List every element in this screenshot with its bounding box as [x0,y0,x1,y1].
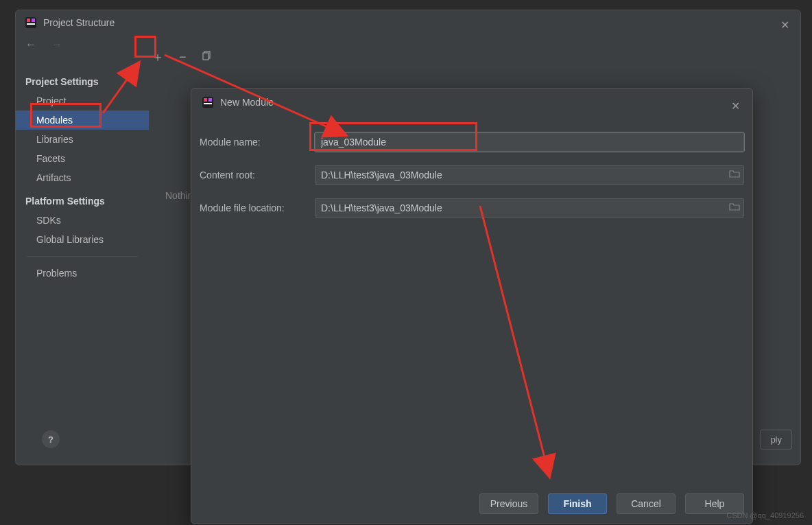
label-module-name: Module name: [200,137,315,148]
folder-icon[interactable] [729,201,740,214]
forward-arrow-icon: → [49,37,65,52]
svg-rect-9 [204,103,212,104]
svg-rect-7 [204,98,207,102]
sidebar-heading-platform-settings: Platform Settings [16,193,149,211]
project-structure-title: Project Structure [43,17,115,28]
row-module-name: Module name: [200,132,744,152]
new-module-form: Module name: Content root: Module file l… [191,116,752,218]
remove-icon[interactable]: − [176,49,189,66]
svg-rect-1 [27,19,30,22]
back-arrow-icon[interactable]: ← [23,37,39,52]
sidebar-item-facets[interactable]: Facets [16,149,149,168]
intellij-icon [25,17,36,28]
module-name-input[interactable] [315,132,744,152]
add-icon[interactable]: ＋ [149,47,167,67]
row-module-file-location: Module file location: [200,198,744,218]
previous-button[interactable]: Previous [479,493,538,514]
intellij-icon [202,97,213,108]
sidebar-item-project[interactable]: Project [16,91,149,110]
sidebar-heading-project-settings: Project Settings [16,73,149,91]
copy-icon[interactable] [199,49,215,66]
sidebar-item-libraries[interactable]: Libraries [16,130,149,149]
svg-rect-5 [203,53,208,60]
sidebar-item-sdks[interactable]: SDKs [16,211,149,230]
svg-rect-8 [208,98,212,102]
sidebar-divider [27,256,138,257]
nav-bar: ← → [16,35,800,57]
new-module-footer: Previous Finish Cancel Help [479,493,744,514]
svg-rect-2 [32,19,35,22]
cancel-button[interactable]: Cancel [617,493,676,514]
finish-button[interactable]: Finish [548,493,607,514]
close-icon[interactable]: ✕ [778,16,792,34]
content-placeholder-text: Nothin [165,190,193,201]
sidebar-item-modules[interactable]: Modules [16,110,149,130]
folder-icon[interactable] [729,168,740,181]
content-root-input[interactable] [315,165,744,185]
module-toolbar: ＋ − [149,47,215,67]
row-content-root: Content root: [200,165,744,185]
sidebar-item-problems[interactable]: Problems [16,264,149,283]
apply-button[interactable]: ply [760,430,792,450]
project-structure-titlebar: Project Structure [16,10,800,35]
new-module-titlebar: New Module [191,89,752,116]
watermark: CSDN @qq_40919256 [726,511,804,520]
sidebar: Project Settings Project Modules Librari… [16,73,149,283]
svg-rect-3 [27,23,35,25]
module-file-location-input[interactable] [315,198,744,218]
help-button[interactable]: ? [42,430,60,448]
sidebar-item-artifacts[interactable]: Artifacts [16,168,149,187]
label-content-root: Content root: [200,170,315,180]
new-module-title: New Module [220,97,274,108]
new-module-dialog: New Module ✕ Module name: Content root: … [191,88,753,524]
close-icon[interactable]: ✕ [728,97,743,115]
label-module-file-location: Module file location: [200,202,315,213]
sidebar-item-global-libraries[interactable]: Global Libraries [16,230,149,249]
